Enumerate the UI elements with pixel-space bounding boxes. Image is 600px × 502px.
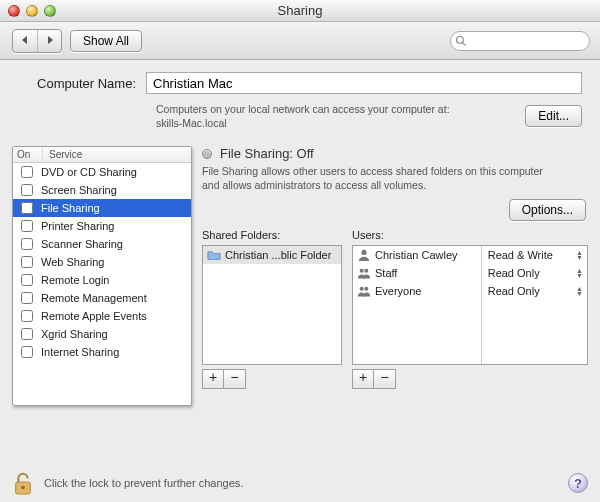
status-description: File Sharing allows other users to acces…: [202, 165, 562, 192]
service-checkbox[interactable]: [21, 292, 33, 304]
service-label: Web Sharing: [41, 256, 104, 268]
svg-point-5: [360, 286, 364, 290]
computer-name-hint: Computers on your local network can acce…: [156, 102, 515, 130]
service-row[interactable]: Web Sharing: [13, 253, 191, 271]
group-icon: [357, 267, 371, 279]
permission-stepper-icon[interactable]: ▲▼: [576, 250, 583, 260]
lock-icon[interactable]: [12, 470, 34, 496]
status-title: File Sharing: Off: [220, 146, 314, 161]
service-checkbox[interactable]: [21, 184, 33, 196]
service-checkbox[interactable]: [21, 256, 33, 268]
service-row[interactable]: Screen Sharing: [13, 181, 191, 199]
service-row[interactable]: Printer Sharing: [13, 217, 191, 235]
service-label: Remote Apple Events: [41, 310, 147, 322]
service-checkbox[interactable]: [21, 346, 33, 358]
service-checkbox[interactable]: [21, 202, 33, 214]
service-checkbox[interactable]: [21, 220, 33, 232]
remove-folder-button[interactable]: −: [224, 369, 246, 389]
close-icon[interactable]: [8, 5, 20, 17]
service-label: File Sharing: [41, 202, 100, 214]
zoom-icon[interactable]: [44, 5, 56, 17]
service-row[interactable]: Xgrid Sharing: [13, 325, 191, 343]
service-label: Scanner Sharing: [41, 238, 123, 250]
service-label: Xgrid Sharing: [41, 328, 108, 340]
shared-folders-list[interactable]: Christian ...blic Folder: [202, 245, 342, 365]
computer-name-hint-row: Computers on your local network can acce…: [0, 100, 600, 140]
permission-label: Read Only: [488, 285, 540, 297]
lock-text: Click the lock to prevent further change…: [44, 477, 243, 489]
svg-point-6: [364, 286, 368, 290]
options-button[interactable]: Options...: [509, 199, 586, 221]
help-button[interactable]: ?: [568, 473, 588, 493]
permission-row[interactable]: Read Only▲▼: [482, 264, 587, 282]
show-all-button[interactable]: Show All: [70, 30, 142, 52]
users-column: Users: Christian CawleyStaffEveryone Rea…: [352, 229, 588, 389]
users-label: Users:: [352, 229, 588, 241]
user-label: Everyone: [375, 285, 421, 297]
edit-button[interactable]: Edit...: [525, 105, 582, 127]
folder-icon: [207, 249, 221, 260]
user-label: Staff: [375, 267, 397, 279]
header-service: Service: [43, 147, 191, 162]
service-label: Printer Sharing: [41, 220, 114, 232]
person-icon: [357, 249, 371, 261]
window-controls: [8, 5, 56, 17]
users-permissions-list[interactable]: Christian CawleyStaffEveryone Read & Wri…: [352, 245, 588, 365]
service-row[interactable]: Internet Sharing: [13, 343, 191, 361]
service-label: DVD or CD Sharing: [41, 166, 137, 178]
service-checkbox[interactable]: [21, 274, 33, 286]
svg-point-8: [21, 486, 25, 490]
permission-row[interactable]: Read & Write▲▼: [482, 246, 587, 264]
search-field[interactable]: [450, 31, 590, 51]
service-checkbox[interactable]: [21, 310, 33, 322]
shared-folders-column: Shared Folders: Christian ...blic Folder…: [202, 229, 342, 389]
service-row[interactable]: Remote Apple Events: [13, 307, 191, 325]
shared-folder-label: Christian ...blic Folder: [225, 249, 331, 261]
services-list: On Service DVD or CD SharingScreen Shari…: [12, 146, 192, 406]
service-label: Remote Login: [41, 274, 110, 286]
svg-point-0: [457, 36, 464, 43]
computer-name-row: Computer Name:: [0, 72, 600, 100]
service-row[interactable]: Remote Management: [13, 289, 191, 307]
service-checkbox[interactable]: [21, 238, 33, 250]
search-input[interactable]: [467, 34, 600, 48]
permission-label: Read Only: [488, 267, 540, 279]
service-row[interactable]: Scanner Sharing: [13, 235, 191, 253]
lock-row: Click the lock to prevent further change…: [12, 470, 588, 496]
service-row[interactable]: File Sharing: [13, 199, 191, 217]
service-label: Screen Sharing: [41, 184, 117, 196]
shared-folder-row[interactable]: Christian ...blic Folder: [203, 246, 341, 264]
minimize-icon[interactable]: [26, 5, 38, 17]
header-on: On: [13, 147, 43, 162]
add-user-button[interactable]: +: [352, 369, 374, 389]
permission-row[interactable]: Read Only▲▼: [482, 282, 587, 300]
user-row[interactable]: Christian Cawley: [353, 246, 481, 264]
computer-name-input[interactable]: [146, 72, 582, 94]
status-led-icon: [202, 149, 212, 159]
svg-point-4: [364, 268, 368, 272]
permission-stepper-icon[interactable]: ▲▼: [576, 268, 583, 278]
forward-button[interactable]: [37, 30, 61, 52]
svg-point-3: [360, 268, 364, 272]
services-header: On Service: [13, 147, 191, 163]
add-folder-button[interactable]: +: [202, 369, 224, 389]
service-checkbox[interactable]: [21, 328, 33, 340]
user-row[interactable]: Staff: [353, 264, 481, 282]
service-detail: File Sharing: Off File Sharing allows ot…: [202, 146, 588, 406]
back-button[interactable]: [13, 30, 37, 52]
svg-point-2: [361, 249, 366, 254]
user-row[interactable]: Everyone: [353, 282, 481, 300]
permission-label: Read & Write: [488, 249, 553, 261]
toolbar: Show All: [0, 22, 600, 60]
group-icon: [357, 285, 371, 297]
titlebar: Sharing: [0, 0, 600, 22]
service-label: Internet Sharing: [41, 346, 119, 358]
remove-user-button[interactable]: −: [374, 369, 396, 389]
content: Computer Name: Computers on your local n…: [0, 60, 600, 406]
service-row[interactable]: DVD or CD Sharing: [13, 163, 191, 181]
service-checkbox[interactable]: [21, 166, 33, 178]
service-row[interactable]: Remote Login: [13, 271, 191, 289]
user-label: Christian Cawley: [375, 249, 458, 261]
permission-stepper-icon[interactable]: ▲▼: [576, 286, 583, 296]
shared-folders-label: Shared Folders:: [202, 229, 342, 241]
